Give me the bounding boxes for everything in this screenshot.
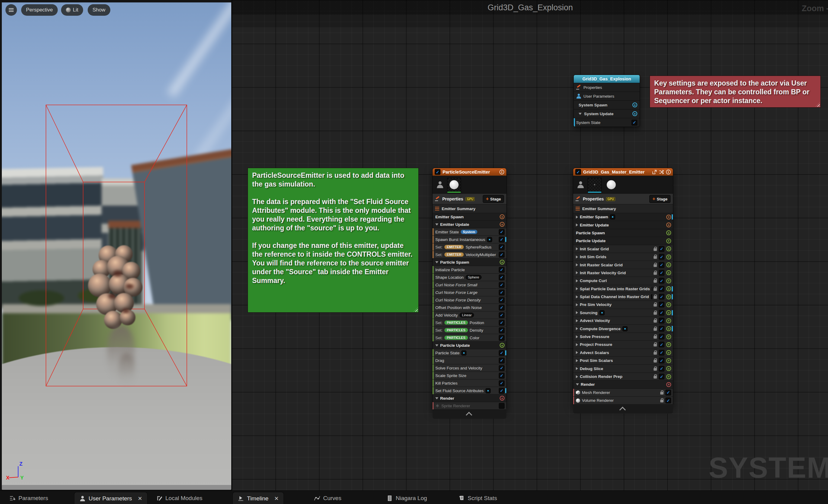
- module-splat-data-channel-into-raster-grid[interactable]: Splat Data Channel into Raster Grid✓+: [573, 293, 673, 301]
- add-module-button[interactable]: +: [666, 215, 671, 219]
- comment-box-user-parameters[interactable]: Key settings are exposed to the actor vi…: [650, 76, 821, 108]
- module-curl-noise-force-large[interactable]: Curl Noise Force Large✓: [432, 289, 506, 296]
- enabled-checkbox[interactable]: ✓: [499, 328, 504, 333]
- module-curl-noise-force-density[interactable]: Curl Noise Force Density✓: [432, 296, 506, 304]
- enabled-checkbox[interactable]: ✓: [659, 246, 664, 252]
- enabled-checkbox[interactable]: ✓: [499, 388, 504, 394]
- expander-icon[interactable]: [576, 223, 578, 226]
- expander-icon[interactable]: [576, 327, 578, 330]
- enabled-checkbox[interactable]: ✓: [499, 403, 504, 409]
- emitter-node-particle-source[interactable]: ✓ ParticleSourceEmitter i Properties GPU…: [432, 168, 507, 410]
- module-color[interactable]: Set:PARTICLESColor✓: [432, 334, 506, 342]
- add-module-button[interactable]: +: [666, 230, 671, 235]
- enabled-checkbox[interactable]: ✓: [665, 397, 671, 403]
- grid-thumbnail[interactable]: [588, 178, 602, 192]
- version-control-icon[interactable]: [659, 170, 664, 174]
- stack-group-particle-update[interactable]: Particle Update+: [432, 342, 506, 349]
- module-debug-slice[interactable]: Debug Slice✓+: [573, 365, 673, 373]
- add-module-button[interactable]: +: [666, 310, 671, 315]
- module-post-sim-scalars[interactable]: Post Sim Scalars✓+: [573, 357, 673, 365]
- viewport-menu-button[interactable]: [5, 4, 17, 16]
- enabled-checkbox[interactable]: ✓: [499, 312, 504, 318]
- add-module-button[interactable]: +: [666, 270, 671, 275]
- add-module-button[interactable]: +: [666, 262, 671, 267]
- add-module-button[interactable]: +: [500, 343, 504, 348]
- expander-icon[interactable]: [435, 223, 438, 225]
- stack-group-emitter-spawn[interactable]: Emitter Spawn+: [432, 213, 506, 221]
- module-project-pressure[interactable]: Project Pressure✓+: [573, 341, 673, 348]
- volume-thumbnail[interactable]: [605, 178, 618, 192]
- enabled-checkbox[interactable]: ✓: [499, 350, 504, 356]
- stack-group-particle-update[interactable]: Particle Update+: [573, 237, 673, 245]
- module-density[interactable]: Set:PARTICLESDensity✓: [432, 327, 506, 334]
- module-particle-state[interactable]: Particle State✓: [432, 349, 506, 357]
- add-module-button[interactable]: +: [632, 111, 637, 116]
- collapse-footer[interactable]: [573, 405, 673, 414]
- open-parent-icon[interactable]: [652, 170, 657, 174]
- enabled-checkbox[interactable]: ✓: [499, 275, 504, 280]
- add-module-button[interactable]: +: [666, 382, 671, 387]
- module-solve-forces-and-velocity[interactable]: Solve Forces and Velocity✓: [432, 364, 506, 372]
- expander-icon[interactable]: [576, 303, 578, 306]
- add-module-button[interactable]: +: [666, 255, 671, 259]
- enabled-checkbox[interactable]: ✓: [499, 305, 504, 310]
- module-initialize-particle[interactable]: Initialize Particle✓: [432, 266, 506, 274]
- add-module-button[interactable]: +: [666, 334, 671, 339]
- expander-icon[interactable]: [576, 216, 578, 219]
- enabled-checkbox[interactable]: ✓: [659, 310, 664, 316]
- tab-user-parameters[interactable]: User Parameters✕: [74, 492, 148, 504]
- module-kill-particles[interactable]: Kill Particles✓: [432, 379, 506, 387]
- enabled-checkbox[interactable]: ✓: [499, 229, 504, 235]
- module-offset-position-with-noise[interactable]: Offset Position with Noise✓: [432, 304, 506, 311]
- enabled-checkbox[interactable]: ✓: [499, 335, 504, 341]
- enabled-checkbox[interactable]: ✓: [659, 374, 664, 379]
- add-module-button[interactable]: +: [500, 260, 504, 264]
- expander-icon[interactable]: [579, 113, 582, 115]
- expander-icon[interactable]: [576, 255, 578, 258]
- add-module-button[interactable]: +: [666, 358, 671, 363]
- system-node[interactable]: Grid3D_Gas_Explosion PropertiesUser Para…: [574, 75, 640, 127]
- module-set-fluid-source-attributes[interactable]: Set Fluid Source Attributes✓: [432, 387, 506, 394]
- module-spawn-burst-instantaneous[interactable]: Spawn Burst Instantaneous✓: [432, 236, 506, 243]
- system-node-row-system-update[interactable]: System Update+: [574, 109, 640, 118]
- stack-group-emitter-spawn[interactable]: Emitter Spawn+: [573, 213, 673, 221]
- add-module-button[interactable]: +: [666, 239, 671, 243]
- emitter-header[interactable]: ✓ ParticleSourceEmitter i: [432, 168, 506, 176]
- info-icon[interactable]: i: [666, 170, 671, 174]
- expander-icon[interactable]: [576, 383, 579, 385]
- enabled-checkbox[interactable]: ✓: [659, 318, 664, 324]
- module-advect-scalars[interactable]: Advect Scalars✓+: [573, 349, 673, 357]
- module-init-sim-grids[interactable]: Init Sim Grids✓+: [573, 253, 673, 261]
- add-module-button[interactable]: +: [666, 246, 671, 251]
- add-module-button[interactable]: +: [666, 350, 671, 355]
- module-volume-renderer[interactable]: Volume Renderer✓: [573, 397, 673, 405]
- tab-timeline[interactable]: Timeline✕: [233, 492, 284, 504]
- module-position[interactable]: Set:PARTICLESPosition✓: [432, 319, 506, 327]
- module-shape-location[interactable]: Shape LocationSphere✓: [432, 274, 506, 281]
- stack-group-particle-spawn[interactable]: Particle Spawn+: [573, 229, 673, 237]
- module-mesh-renderer[interactable]: Mesh Renderer✓: [573, 389, 673, 397]
- add-stage-button[interactable]: +Stage: [483, 195, 504, 203]
- tab-script-stats[interactable]: Script Stats: [453, 492, 502, 504]
- module-init-raster-velocity-grid[interactable]: Init Raster Velocity Grid✓+: [573, 269, 673, 277]
- tab-curves[interactable]: Curves: [309, 492, 346, 504]
- enabled-checkbox[interactable]: ✓: [499, 237, 504, 243]
- expander-icon[interactable]: [576, 247, 578, 250]
- add-module-button[interactable]: +: [500, 396, 504, 401]
- enabled-checkbox[interactable]: ✓: [659, 334, 664, 339]
- add-module-button[interactable]: +: [632, 102, 637, 107]
- expander-icon[interactable]: [435, 344, 438, 346]
- comment-box-source-emitter[interactable]: ParticleSourceEmitter is used to add dat…: [248, 168, 419, 312]
- properties-row[interactable]: Properties GPU +Stage: [573, 194, 673, 204]
- viewport-scrollbar[interactable]: [2, 485, 231, 490]
- stack-group-emitter-update[interactable]: Emitter Update+: [432, 221, 506, 228]
- emitter-summary-row[interactable]: Emitter Summary: [573, 204, 673, 213]
- enabled-checkbox[interactable]: ✓: [659, 326, 664, 332]
- enabled-checkbox[interactable]: ✓: [659, 270, 664, 276]
- system-node-row-properties[interactable]: Properties: [574, 83, 640, 92]
- expander-icon[interactable]: [576, 295, 578, 298]
- material-thumbnail[interactable]: [447, 178, 461, 192]
- add-module-button[interactable]: +: [666, 279, 671, 283]
- add-module-button[interactable]: +: [500, 222, 504, 227]
- expander-icon[interactable]: [576, 279, 578, 282]
